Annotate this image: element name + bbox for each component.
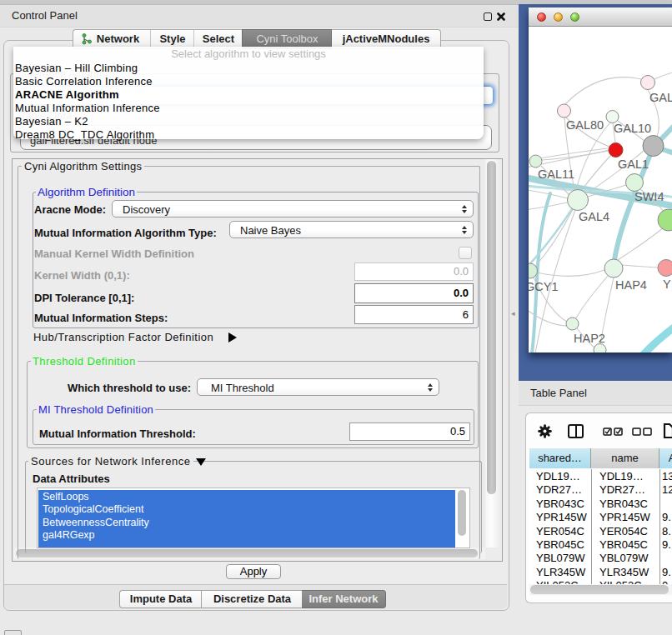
svg-text:HAP4: HAP4: [615, 278, 647, 292]
svg-text:GAL11: GAL11: [538, 168, 574, 181]
svg-text:HAP2: HAP2: [574, 332, 605, 345]
svg-text:SWI4: SWI4: [634, 190, 664, 203]
svg-text:GCY1: GCY1: [529, 280, 559, 293]
svg-text:Y: Y: [663, 278, 671, 291]
svg-text:GAL4: GAL4: [579, 210, 609, 223]
svg-text:GAL1: GAL1: [618, 158, 649, 171]
svg-text:GAL: GAL: [649, 91, 672, 104]
svg-text:GAL10: GAL10: [614, 122, 651, 135]
svg-text:GAL80: GAL80: [566, 118, 604, 132]
